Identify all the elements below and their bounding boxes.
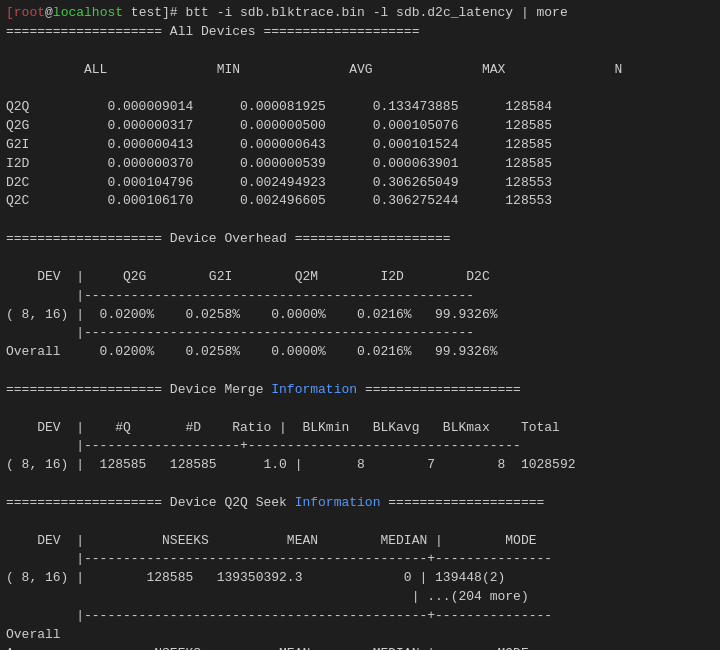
terminal: [root@localhost test]# btt -i sdb.blktra…	[0, 0, 720, 650]
device-overhead-header: ==================== Device Overhead ===…	[6, 230, 714, 249]
device-merge-empty	[6, 400, 714, 419]
merge-info-word: Information	[271, 382, 357, 397]
prompt-host: localhost	[53, 5, 123, 20]
device-q2q-average-label: Average NSEEKS MEAN MEDIAN | MODE	[6, 645, 714, 650]
device-overhead-sep: |---------------------------------------…	[6, 287, 714, 306]
device-q2q-cols: DEV | NSEEKS MEAN MEDIAN | MODE	[6, 532, 714, 551]
after-all-empty	[6, 211, 714, 230]
all-devices-header: ==================== All Devices =======…	[6, 23, 714, 42]
device-overhead-empty	[6, 249, 714, 268]
d2c-row: D2C 0.000104796 0.002494923 0.306265049 …	[6, 174, 714, 193]
device-merge-sep: |--------------------+------------------…	[6, 437, 714, 456]
after-overhead-empty	[6, 362, 714, 381]
device-merge-header: ==================== Device Merge Inform…	[6, 381, 714, 400]
g2i-row: G2I 0.000000413 0.000000643 0.000101524 …	[6, 136, 714, 155]
q2c-row: Q2C 0.000106170 0.002496605 0.306275244 …	[6, 192, 714, 211]
after-merge-empty	[6, 475, 714, 494]
device-q2q-sep2: |---------------------------------------…	[6, 607, 714, 626]
all-devices-cols: ALL MIN AVG MAX N	[6, 61, 714, 80]
all-devices-empty2	[6, 79, 714, 98]
prompt-command: # btt -i sdb.blktrace.bin -l sdb.d2c_lat…	[170, 5, 568, 20]
device-q2q-row: ( 8, 16) | 128585 139350392.3 0 | 139448…	[6, 569, 714, 588]
prompt-line: [root@localhost test]# btt -i sdb.blktra…	[6, 4, 714, 23]
q2g-row: Q2G 0.000000317 0.000000500 0.000105076 …	[6, 117, 714, 136]
device-q2q-empty	[6, 513, 714, 532]
prompt-path: test]	[123, 5, 170, 20]
device-overhead-sep2: |---------------------------------------…	[6, 324, 714, 343]
device-overhead-row: ( 8, 16) | 0.0200% 0.0258% 0.0000% 0.021…	[6, 306, 714, 325]
prompt-at: @	[45, 5, 53, 20]
device-q2q-header: ==================== Device Q2Q Seek Inf…	[6, 494, 714, 513]
device-merge-row: ( 8, 16) | 128585 128585 1.0 | 8 7 8 102…	[6, 456, 714, 475]
q2q-info-word: Information	[295, 495, 381, 510]
prompt-user: [root	[6, 5, 45, 20]
i2d-row: I2D 0.000000370 0.000000539 0.000063901 …	[6, 155, 714, 174]
q2q-row: Q2Q 0.000009014 0.000081925 0.133473885 …	[6, 98, 714, 117]
all-devices-empty	[6, 42, 714, 61]
device-overhead-cols: DEV | Q2G G2I Q2M I2D D2C	[6, 268, 714, 287]
device-q2q-sep: |---------------------------------------…	[6, 550, 714, 569]
device-q2q-row2: | ...(204 more)	[6, 588, 714, 607]
device-q2q-overall-label: Overall	[6, 626, 714, 645]
device-merge-cols: DEV | #Q #D Ratio | BLKmin BLKavg BLKmax…	[6, 419, 714, 438]
device-overhead-overall: Overall 0.0200% 0.0258% 0.0000% 0.0216% …	[6, 343, 714, 362]
